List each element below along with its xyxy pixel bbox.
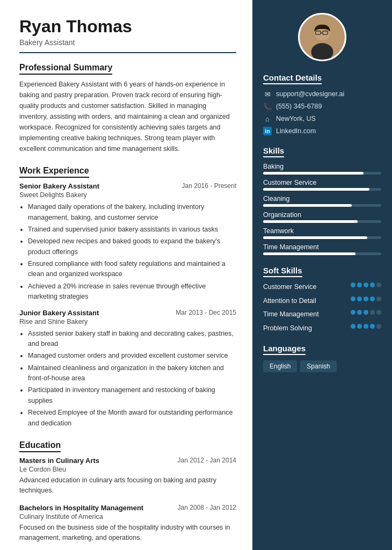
contact-title: Contact Details: [263, 73, 322, 84]
skill-bar-fill: [263, 252, 355, 255]
language-tags: EnglishSpanish: [263, 360, 381, 372]
dot: [370, 283, 375, 287]
edu-1-desc: Advanced education in culinary arts focu…: [19, 475, 236, 496]
job-2: Junior Bakery Assistant Mar 2013 - Dec 2…: [19, 309, 236, 429]
soft-skill-label: Customer Service: [263, 283, 351, 292]
bullet-item: Received Employee of the Month award for…: [28, 408, 236, 429]
dot: [376, 296, 381, 301]
skill-label: Organization: [263, 211, 381, 219]
skill-bar-bg: [263, 236, 381, 239]
skill-bar-fill: [263, 220, 358, 223]
dot: [364, 310, 368, 315]
job-2-title: Junior Bakery Assistant: [19, 309, 99, 317]
skill-bar-bg: [263, 188, 381, 191]
contact-phone-text: (555) 345-6789: [276, 103, 322, 110]
dots-wrap: [351, 296, 381, 301]
skill-bar-bg: [263, 220, 381, 223]
dot: [364, 296, 368, 301]
contact-linkedin-text: LinkedIn.com: [276, 127, 316, 135]
edu-1-degree: Masters in Culinary Arts: [19, 457, 99, 465]
location-icon: ⌂: [263, 114, 272, 123]
edu-1-school: Le Cordon Bleu: [19, 466, 236, 473]
dot: [364, 324, 368, 329]
skill-row: Organization: [263, 211, 381, 223]
job-2-bullets: Assisted senior bakery staff in baking a…: [19, 329, 236, 429]
summary-title: Professional Summary: [19, 63, 112, 75]
soft-skills-section: Soft Skills Customer Service Attention t…: [263, 266, 381, 333]
edu-1-date: Jan 2012 - Jan 2014: [178, 457, 236, 464]
phone-icon: 📞: [263, 102, 272, 111]
bullet-item: Ensured compliance with food safety regu…: [28, 259, 236, 280]
skill-bar-fill: [263, 188, 369, 191]
skill-row: Customer Service: [263, 179, 381, 191]
skill-bar-bg: [263, 252, 381, 255]
dot: [370, 324, 375, 329]
job-1-title: Senior Bakery Assistant: [19, 182, 99, 190]
job-1: Senior Bakery Assistant Jan 2016 - Prese…: [19, 182, 236, 302]
dot: [357, 324, 362, 329]
dots-wrap: [351, 324, 381, 329]
skill-bar-bg: [263, 172, 381, 175]
dot: [357, 310, 362, 315]
dot: [351, 296, 355, 301]
bullet-item: Managed daily operations of the bakery, …: [28, 202, 236, 223]
contact-list: ✉ support@cvdesigner.ai 📞 (555) 345-6789…: [263, 90, 381, 135]
work-experience-section: Work Experience Senior Bakery Assistant …: [19, 166, 236, 429]
soft-skill-row: Attention to Detail: [263, 296, 381, 306]
dot: [357, 283, 362, 287]
skill-bar-bg: [263, 204, 381, 207]
linkedin-icon: in: [263, 127, 272, 135]
soft-skill-row: Customer Service: [263, 283, 381, 292]
education-section: Education Masters in Culinary Arts Jan 2…: [19, 440, 236, 544]
bullet-item: Maintained cleanliness and organization …: [28, 363, 236, 384]
work-experience-title: Work Experience: [19, 166, 89, 178]
summary-section: Professional Summary Experienced Bakery …: [19, 63, 236, 154]
job-1-date: Jan 2016 - Present: [182, 182, 236, 190]
skill-label: Time Management: [263, 243, 381, 251]
edu-2-date: Jan 2008 - Jan 2012: [178, 504, 236, 511]
skill-row: Teamwork: [263, 227, 381, 239]
soft-skill-row: Time Management: [263, 310, 381, 320]
education-title: Education: [19, 440, 61, 452]
bullet-item: Assisted senior bakery staff in baking a…: [28, 329, 236, 350]
dot: [351, 324, 355, 329]
contact-section: Contact Details ✉ support@cvdesigner.ai …: [263, 73, 381, 135]
soft-skill-row: Problem Solving: [263, 324, 381, 334]
bullet-item: Achieved a 20% increase in sales revenue…: [28, 281, 236, 302]
dot: [370, 310, 375, 315]
contact-email-text: support@cvdesigner.ai: [276, 90, 344, 98]
contact-linkedin: in LinkedIn.com: [263, 127, 381, 135]
skill-row: Time Management: [263, 243, 381, 255]
skill-bar-fill: [263, 172, 364, 175]
bullet-item: Developed new recipes and baked goods to…: [28, 236, 236, 257]
resume-header: Ryan Thomas Bakery Assistant: [19, 17, 236, 53]
skill-label: Teamwork: [263, 227, 381, 235]
bullet-item: Trained and supervised junior bakery ass…: [28, 225, 236, 235]
skill-bar-fill: [263, 204, 352, 207]
skill-label: Baking: [263, 163, 381, 170]
job-1-bullets: Managed daily operations of the bakery, …: [19, 202, 236, 302]
skill-row: Cleaning: [263, 195, 381, 207]
job-2-company: Rise and Shine Bakery: [19, 318, 236, 325]
skill-bar-fill: [263, 236, 367, 239]
avatar-section: [263, 13, 381, 61]
edu-2-school: Culinary Institute of America: [19, 513, 236, 520]
dot: [376, 283, 381, 287]
language-tag: English: [263, 360, 297, 372]
contact-location-text: NewYork, US: [276, 115, 316, 122]
soft-skill-label: Problem Solving: [263, 324, 351, 334]
dot: [364, 283, 368, 287]
skill-row: Baking: [263, 163, 381, 175]
bullet-item: Participated in inventory management and…: [28, 385, 236, 406]
dots-wrap: [351, 283, 381, 287]
soft-skill-label: Time Management: [263, 310, 351, 320]
dots-wrap: [351, 310, 381, 315]
soft-skill-label: Attention to Detail: [263, 296, 351, 306]
header-divider: [19, 52, 236, 53]
languages-section: Languages EnglishSpanish: [263, 344, 381, 372]
contact-email: ✉ support@cvdesigner.ai: [263, 90, 381, 98]
dot: [351, 283, 355, 287]
skills-list: Baking Customer Service Cleaning Organiz…: [263, 163, 381, 255]
dot: [351, 310, 355, 315]
language-tag: Spanish: [300, 360, 336, 372]
